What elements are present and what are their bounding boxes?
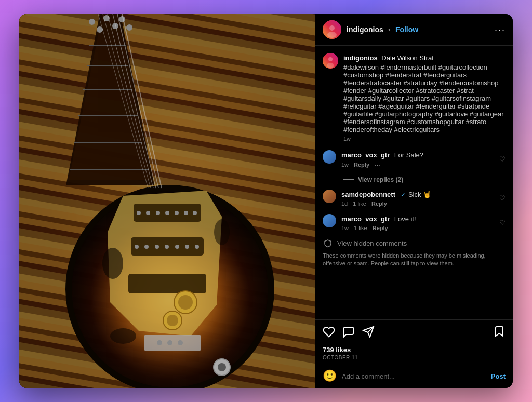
svg-point-44 — [178, 295, 193, 310]
bookmark-button[interactable] — [493, 325, 506, 341]
comment-3-time: 1w — [341, 225, 349, 231]
svg-point-66 — [328, 57, 332, 61]
comment-input[interactable] — [342, 372, 491, 380]
svg-point-67 — [327, 63, 334, 68]
svg-point-37 — [144, 245, 149, 249]
actions-bar — [315, 319, 513, 344]
share-button[interactable] — [362, 326, 375, 340]
hidden-notice: These comments were hidden because they … — [323, 252, 506, 268]
svg-rect-28 — [128, 274, 206, 293]
comment-2-meta: 1d 1 like Reply — [341, 200, 494, 207]
likes-count[interactable]: 739 likes — [323, 346, 506, 354]
likes-section: 739 likes October 11 — [315, 344, 513, 364]
svg-point-33 — [175, 211, 179, 215]
svg-point-35 — [193, 211, 197, 215]
svg-point-52 — [214, 219, 230, 245]
svg-point-32 — [165, 211, 169, 215]
comment-2: samdepobennett ✓ Sick 🤘 1d 1 like Reply … — [323, 190, 506, 207]
comments-panel: indigonios • Follow ··· — [315, 14, 513, 388]
follow-button[interactable]: Follow — [395, 25, 418, 34]
svg-point-16 — [89, 19, 95, 25]
comment-1-reply-button[interactable]: Reply — [354, 162, 369, 168]
comment-2-likes: 1 like — [353, 200, 366, 207]
svg-point-42 — [195, 245, 199, 249]
svg-point-49 — [167, 340, 172, 345]
comment-1-text: For Sale? — [394, 151, 423, 159]
caption-post-title: Dale Wilson Strat — [381, 54, 433, 62]
comment-3-likes: 1 like — [354, 225, 367, 231]
caption-time: 1w — [343, 136, 506, 142]
comment-2-content: samdepobennett ✓ Sick 🤘 1d 1 like Reply — [341, 190, 494, 207]
view-replies-label: View replies (2) — [358, 176, 403, 183]
svg-point-41 — [185, 245, 189, 249]
comment-1-like-icon[interactable]: ♡ — [499, 155, 506, 163]
guitar-svg — [19, 14, 315, 388]
svg-point-50 — [178, 340, 183, 345]
post-date: October 11 — [323, 355, 506, 360]
header-username[interactable]: indigonios — [347, 25, 383, 34]
svg-point-61 — [218, 363, 226, 371]
svg-point-30 — [146, 211, 150, 215]
add-comment-bar: 🙂 Post — [315, 364, 513, 388]
view-hidden-label: View hidden comments — [337, 239, 407, 247]
header-avatar[interactable] — [323, 20, 341, 39]
more-options-button[interactable]: ··· — [495, 24, 506, 35]
caption-hashtags: #dalewilson #fendermasterbuilt #guitarco… — [343, 63, 506, 133]
emoji-button[interactable]: 🙂 — [323, 369, 337, 383]
comment-3-content: marco_vox_gtr Love it! 1w 1 like Reply — [341, 214, 494, 231]
comment-2-reply-button[interactable]: Reply — [371, 200, 387, 207]
comments-scroll[interactable]: indigonios Dale Wilson Strat #dalewilson… — [315, 46, 513, 319]
svg-point-40 — [175, 245, 179, 249]
comment-3-text: Love it! — [394, 215, 416, 223]
svg-point-51 — [102, 248, 123, 279]
verified-badge: ✓ — [401, 191, 406, 198]
like-button[interactable] — [323, 326, 335, 340]
comment-2-like-icon[interactable]: ♡ — [499, 194, 506, 202]
svg-point-63 — [329, 25, 335, 31]
comment-1-meta: 1w Reply ··· — [341, 161, 494, 169]
comment-3-username[interactable]: marco_vox_gtr — [341, 215, 390, 223]
dot-separator: • — [388, 26, 390, 34]
svg-point-64 — [327, 32, 337, 38]
svg-point-48 — [157, 340, 162, 345]
view-hidden-button[interactable]: View hidden comments — [323, 238, 506, 249]
comment-1-more[interactable]: ··· — [375, 161, 380, 169]
caption-text: indigonios Dale Wilson Strat — [343, 53, 506, 63]
comment-2-avatar[interactable] — [323, 190, 336, 203]
comment-3-meta: 1w 1 like Reply — [341, 225, 494, 231]
comment-3-reply-button[interactable]: Reply — [373, 225, 388, 231]
svg-point-29 — [137, 211, 141, 215]
comment-2-time: 1d — [341, 200, 348, 207]
comment-1: marco_vox_gtr For Sale? 1w Reply ··· ♡ — [323, 150, 506, 169]
comment-1-time: 1w — [341, 162, 349, 168]
comment-3-avatar[interactable] — [323, 214, 336, 227]
app-window: indigonios • Follow ··· — [19, 14, 513, 388]
comment-2-username[interactable]: samdepobennett — [341, 191, 395, 198]
svg-point-46 — [167, 315, 178, 326]
comment-button[interactable] — [342, 326, 355, 340]
post-comment-button[interactable]: Post — [491, 372, 506, 380]
action-icons — [323, 326, 493, 340]
svg-point-38 — [155, 245, 159, 249]
guitar-image — [19, 14, 315, 388]
view-replies-button[interactable]: View replies (2) — [343, 176, 506, 183]
comment-2-text: Sick 🤘 — [408, 191, 431, 198]
comment-3: marco_vox_gtr Love it! 1w 1 like Reply ♡ — [323, 214, 506, 231]
svg-point-34 — [184, 211, 188, 215]
comment-1-username[interactable]: marco_vox_gtr — [341, 151, 390, 159]
post-header: indigonios • Follow ··· — [315, 14, 513, 46]
comment-1-avatar[interactable] — [323, 150, 336, 164]
svg-point-53 — [110, 328, 136, 344]
shield-icon — [323, 238, 333, 249]
caption-block: indigonios Dale Wilson Strat #dalewilson… — [323, 53, 506, 142]
svg-point-31 — [156, 211, 160, 215]
svg-point-21 — [126, 24, 132, 31]
caption-avatar[interactable] — [323, 53, 338, 69]
comment-3-like-icon[interactable]: ♡ — [499, 219, 506, 226]
hidden-comments-section: View hidden comments These comments were… — [323, 238, 506, 268]
svg-point-39 — [165, 245, 169, 249]
header-info: indigonios • Follow — [347, 25, 495, 34]
comment-1-content: marco_vox_gtr For Sale? 1w Reply ··· — [341, 150, 494, 169]
caption-username[interactable]: indigonios — [343, 54, 378, 62]
svg-point-36 — [135, 245, 139, 249]
